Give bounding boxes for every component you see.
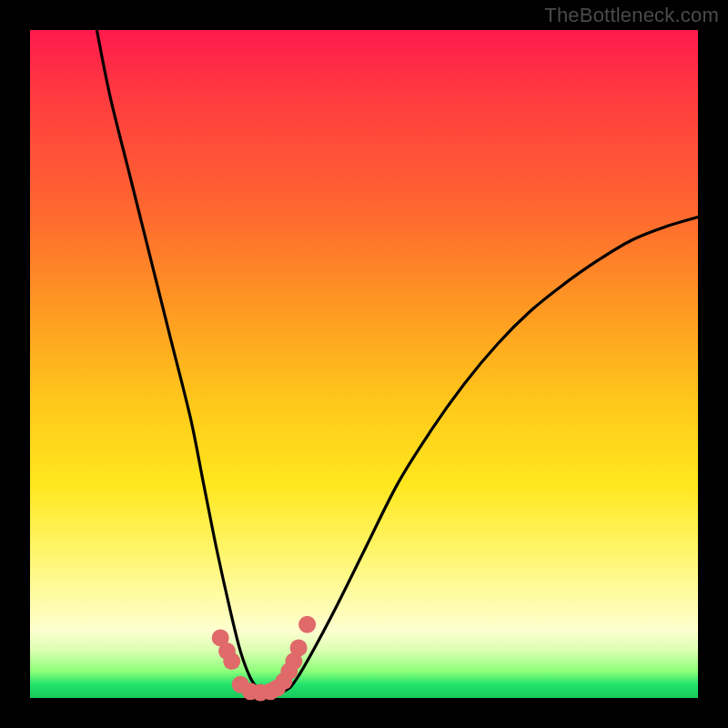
watermark-text: TheBottleneck.com [544, 4, 719, 27]
highlight-markers [212, 616, 316, 702]
marker-dot [298, 616, 316, 633]
curve-svg [30, 30, 698, 698]
plot-area [30, 30, 698, 698]
chart-frame: TheBottleneck.com [0, 0, 728, 728]
bottleneck-curve [96, 30, 698, 694]
marker-dot [223, 652, 240, 670]
marker-dot [290, 640, 308, 657]
